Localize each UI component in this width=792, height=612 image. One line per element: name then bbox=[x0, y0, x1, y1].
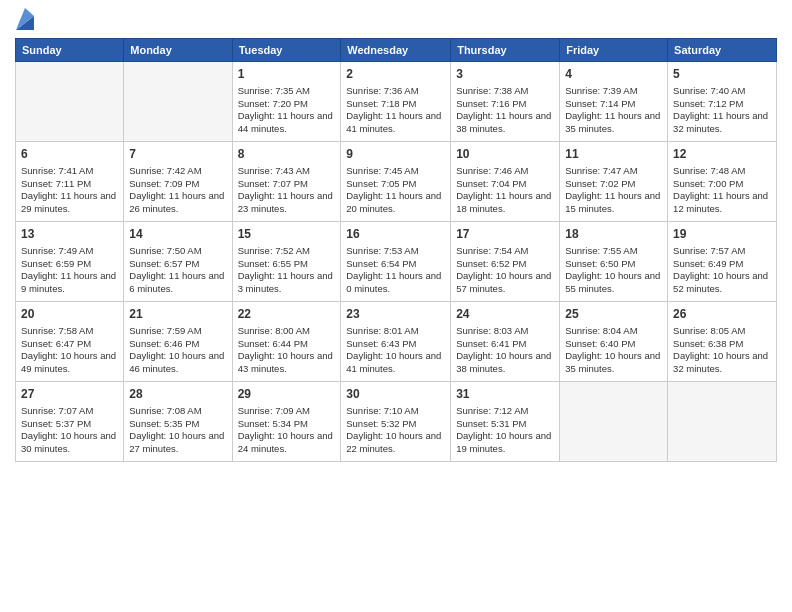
day-number: 19 bbox=[673, 226, 771, 243]
calendar-cell: 31Sunrise: 7:12 AMSunset: 5:31 PMDayligh… bbox=[451, 382, 560, 462]
day-number: 9 bbox=[346, 146, 445, 163]
day-number: 5 bbox=[673, 66, 771, 83]
day-number: 14 bbox=[129, 226, 226, 243]
day-info: Sunrise: 8:03 AMSunset: 6:41 PMDaylight:… bbox=[456, 325, 554, 376]
calendar-cell: 5Sunrise: 7:40 AMSunset: 7:12 PMDaylight… bbox=[668, 62, 777, 142]
weekday-header-friday: Friday bbox=[560, 39, 668, 62]
day-info: Sunrise: 7:43 AMSunset: 7:07 PMDaylight:… bbox=[238, 165, 336, 216]
calendar-cell: 17Sunrise: 7:54 AMSunset: 6:52 PMDayligh… bbox=[451, 222, 560, 302]
day-number: 21 bbox=[129, 306, 226, 323]
day-info: Sunrise: 7:41 AMSunset: 7:11 PMDaylight:… bbox=[21, 165, 118, 216]
calendar-cell: 29Sunrise: 7:09 AMSunset: 5:34 PMDayligh… bbox=[232, 382, 341, 462]
week-row-4: 20Sunrise: 7:58 AMSunset: 6:47 PMDayligh… bbox=[16, 302, 777, 382]
day-info: Sunrise: 7:39 AMSunset: 7:14 PMDaylight:… bbox=[565, 85, 662, 136]
calendar-cell: 6Sunrise: 7:41 AMSunset: 7:11 PMDaylight… bbox=[16, 142, 124, 222]
day-number: 18 bbox=[565, 226, 662, 243]
weekday-header-thursday: Thursday bbox=[451, 39, 560, 62]
calendar-cell: 26Sunrise: 8:05 AMSunset: 6:38 PMDayligh… bbox=[668, 302, 777, 382]
calendar-cell: 4Sunrise: 7:39 AMSunset: 7:14 PMDaylight… bbox=[560, 62, 668, 142]
calendar-page: SundayMondayTuesdayWednesdayThursdayFrid… bbox=[0, 0, 792, 612]
day-number: 17 bbox=[456, 226, 554, 243]
day-info: Sunrise: 7:59 AMSunset: 6:46 PMDaylight:… bbox=[129, 325, 226, 376]
calendar-cell: 27Sunrise: 7:07 AMSunset: 5:37 PMDayligh… bbox=[16, 382, 124, 462]
day-number: 4 bbox=[565, 66, 662, 83]
day-number: 15 bbox=[238, 226, 336, 243]
day-number: 10 bbox=[456, 146, 554, 163]
calendar-cell: 24Sunrise: 8:03 AMSunset: 6:41 PMDayligh… bbox=[451, 302, 560, 382]
calendar-cell: 25Sunrise: 8:04 AMSunset: 6:40 PMDayligh… bbox=[560, 302, 668, 382]
day-info: Sunrise: 7:55 AMSunset: 6:50 PMDaylight:… bbox=[565, 245, 662, 296]
day-info: Sunrise: 7:49 AMSunset: 6:59 PMDaylight:… bbox=[21, 245, 118, 296]
day-number: 13 bbox=[21, 226, 118, 243]
day-info: Sunrise: 7:09 AMSunset: 5:34 PMDaylight:… bbox=[238, 405, 336, 456]
calendar-cell: 21Sunrise: 7:59 AMSunset: 6:46 PMDayligh… bbox=[124, 302, 232, 382]
day-number: 11 bbox=[565, 146, 662, 163]
weekday-header-row: SundayMondayTuesdayWednesdayThursdayFrid… bbox=[16, 39, 777, 62]
week-row-2: 6Sunrise: 7:41 AMSunset: 7:11 PMDaylight… bbox=[16, 142, 777, 222]
week-row-5: 27Sunrise: 7:07 AMSunset: 5:37 PMDayligh… bbox=[16, 382, 777, 462]
day-number: 12 bbox=[673, 146, 771, 163]
day-info: Sunrise: 7:08 AMSunset: 5:35 PMDaylight:… bbox=[129, 405, 226, 456]
day-info: Sunrise: 7:53 AMSunset: 6:54 PMDaylight:… bbox=[346, 245, 445, 296]
calendar-cell: 1Sunrise: 7:35 AMSunset: 7:20 PMDaylight… bbox=[232, 62, 341, 142]
header bbox=[15, 10, 777, 30]
day-number: 3 bbox=[456, 66, 554, 83]
calendar-cell: 10Sunrise: 7:46 AMSunset: 7:04 PMDayligh… bbox=[451, 142, 560, 222]
calendar-cell: 15Sunrise: 7:52 AMSunset: 6:55 PMDayligh… bbox=[232, 222, 341, 302]
day-number: 28 bbox=[129, 386, 226, 403]
day-info: Sunrise: 7:42 AMSunset: 7:09 PMDaylight:… bbox=[129, 165, 226, 216]
day-number: 30 bbox=[346, 386, 445, 403]
day-number: 27 bbox=[21, 386, 118, 403]
calendar-cell: 28Sunrise: 7:08 AMSunset: 5:35 PMDayligh… bbox=[124, 382, 232, 462]
day-number: 23 bbox=[346, 306, 445, 323]
day-info: Sunrise: 7:58 AMSunset: 6:47 PMDaylight:… bbox=[21, 325, 118, 376]
calendar-cell: 7Sunrise: 7:42 AMSunset: 7:09 PMDaylight… bbox=[124, 142, 232, 222]
calendar-cell: 3Sunrise: 7:38 AMSunset: 7:16 PMDaylight… bbox=[451, 62, 560, 142]
calendar-cell: 18Sunrise: 7:55 AMSunset: 6:50 PMDayligh… bbox=[560, 222, 668, 302]
day-info: Sunrise: 7:54 AMSunset: 6:52 PMDaylight:… bbox=[456, 245, 554, 296]
calendar-cell: 11Sunrise: 7:47 AMSunset: 7:02 PMDayligh… bbox=[560, 142, 668, 222]
day-number: 2 bbox=[346, 66, 445, 83]
weekday-header-sunday: Sunday bbox=[16, 39, 124, 62]
day-number: 24 bbox=[456, 306, 554, 323]
day-number: 22 bbox=[238, 306, 336, 323]
calendar-cell: 20Sunrise: 7:58 AMSunset: 6:47 PMDayligh… bbox=[16, 302, 124, 382]
calendar-cell: 9Sunrise: 7:45 AMSunset: 7:05 PMDaylight… bbox=[341, 142, 451, 222]
day-number: 25 bbox=[565, 306, 662, 323]
day-info: Sunrise: 8:04 AMSunset: 6:40 PMDaylight:… bbox=[565, 325, 662, 376]
day-number: 7 bbox=[129, 146, 226, 163]
weekday-header-monday: Monday bbox=[124, 39, 232, 62]
calendar-cell: 30Sunrise: 7:10 AMSunset: 5:32 PMDayligh… bbox=[341, 382, 451, 462]
calendar-cell bbox=[668, 382, 777, 462]
day-info: Sunrise: 7:57 AMSunset: 6:49 PMDaylight:… bbox=[673, 245, 771, 296]
day-number: 6 bbox=[21, 146, 118, 163]
calendar-cell: 14Sunrise: 7:50 AMSunset: 6:57 PMDayligh… bbox=[124, 222, 232, 302]
calendar-cell bbox=[560, 382, 668, 462]
day-number: 1 bbox=[238, 66, 336, 83]
day-info: Sunrise: 7:35 AMSunset: 7:20 PMDaylight:… bbox=[238, 85, 336, 136]
calendar-cell: 16Sunrise: 7:53 AMSunset: 6:54 PMDayligh… bbox=[341, 222, 451, 302]
day-info: Sunrise: 7:45 AMSunset: 7:05 PMDaylight:… bbox=[346, 165, 445, 216]
day-info: Sunrise: 7:38 AMSunset: 7:16 PMDaylight:… bbox=[456, 85, 554, 136]
weekday-header-wednesday: Wednesday bbox=[341, 39, 451, 62]
week-row-3: 13Sunrise: 7:49 AMSunset: 6:59 PMDayligh… bbox=[16, 222, 777, 302]
week-row-1: 1Sunrise: 7:35 AMSunset: 7:20 PMDaylight… bbox=[16, 62, 777, 142]
day-number: 26 bbox=[673, 306, 771, 323]
day-info: Sunrise: 7:52 AMSunset: 6:55 PMDaylight:… bbox=[238, 245, 336, 296]
day-number: 31 bbox=[456, 386, 554, 403]
day-info: Sunrise: 7:12 AMSunset: 5:31 PMDaylight:… bbox=[456, 405, 554, 456]
day-number: 20 bbox=[21, 306, 118, 323]
weekday-header-tuesday: Tuesday bbox=[232, 39, 341, 62]
calendar-table: SundayMondayTuesdayWednesdayThursdayFrid… bbox=[15, 38, 777, 462]
calendar-cell: 8Sunrise: 7:43 AMSunset: 7:07 PMDaylight… bbox=[232, 142, 341, 222]
calendar-cell bbox=[124, 62, 232, 142]
calendar-cell: 13Sunrise: 7:49 AMSunset: 6:59 PMDayligh… bbox=[16, 222, 124, 302]
day-info: Sunrise: 7:36 AMSunset: 7:18 PMDaylight:… bbox=[346, 85, 445, 136]
day-info: Sunrise: 8:05 AMSunset: 6:38 PMDaylight:… bbox=[673, 325, 771, 376]
day-info: Sunrise: 7:50 AMSunset: 6:57 PMDaylight:… bbox=[129, 245, 226, 296]
day-info: Sunrise: 7:10 AMSunset: 5:32 PMDaylight:… bbox=[346, 405, 445, 456]
day-number: 16 bbox=[346, 226, 445, 243]
day-info: Sunrise: 7:48 AMSunset: 7:00 PMDaylight:… bbox=[673, 165, 771, 216]
calendar-cell: 23Sunrise: 8:01 AMSunset: 6:43 PMDayligh… bbox=[341, 302, 451, 382]
day-number: 29 bbox=[238, 386, 336, 403]
